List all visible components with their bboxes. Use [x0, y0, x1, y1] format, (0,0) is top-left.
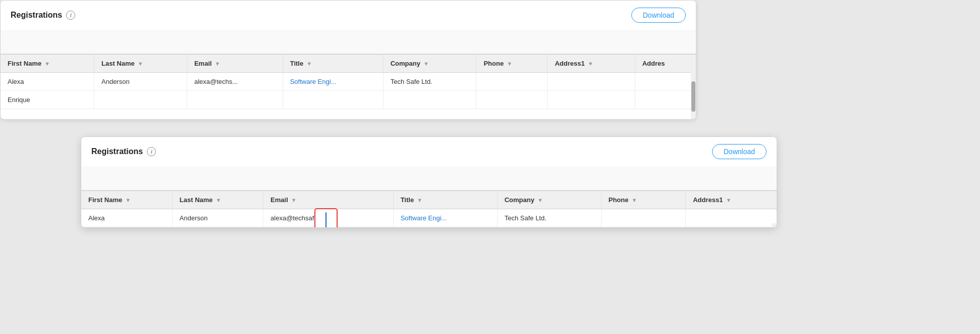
back-col-address2: Addres — [635, 55, 696, 73]
front-card: Registrations i Download First Name ▼ — [81, 136, 777, 228]
front-filter-icon-first-name[interactable]: ▼ — [125, 197, 131, 203]
back-card-dark-edge — [696, 1, 696, 119]
back-col-phone: Phone ▼ — [476, 55, 548, 73]
front-card-table-header-row: First Name ▼ Last Name ▼ Email ▼ — [81, 191, 777, 209]
front-col-email: Email ▼ — [263, 191, 394, 209]
back-card-info-icon[interactable]: i — [66, 11, 75, 20]
back-card-table-header-row: First Name ▼ Last Name ▼ Email ▼ — [1, 55, 696, 73]
front-cell-last-name-1: Anderson — [172, 209, 263, 227]
back-col-company: Company ▼ — [383, 55, 476, 73]
back-cell-address1-1 — [548, 73, 635, 91]
back-card-table-container: First Name ▼ Last Name ▼ Email ▼ — [1, 54, 696, 109]
filter-icon-company[interactable]: ▼ — [423, 61, 429, 67]
back-cell-address1-2 — [548, 91, 635, 109]
front-col-title: Title ▼ — [393, 191, 497, 209]
back-cell-email-1: alexa@techs... — [187, 73, 283, 91]
back-col-title: Title ▼ — [283, 55, 383, 73]
back-cell-phone-2 — [476, 91, 548, 109]
back-col-email: Email ▼ — [187, 55, 283, 73]
back-card-header: Registrations i Download — [1, 1, 696, 30]
back-cell-title-2 — [283, 91, 383, 109]
resize-line — [325, 212, 326, 227]
front-col-address1: Address1 ▼ — [686, 191, 777, 209]
back-cell-company-1: Tech Safe Ltd. — [383, 73, 476, 91]
front-card-download-button[interactable]: Download — [712, 144, 767, 159]
front-table-row-1: Alexa Anderson alexa@techsafe.com Softwa… — [81, 209, 777, 227]
back-col-last-name: Last Name ▼ — [94, 55, 187, 73]
back-cell-last-name-1: Anderson — [94, 73, 187, 91]
column-resize-handle[interactable] — [314, 208, 338, 227]
back-cell-first-name-1: Alexa — [1, 73, 94, 91]
back-col-first-name: First Name ▼ — [1, 55, 94, 73]
back-card-search-area — [1, 30, 696, 54]
front-cell-phone-1 — [601, 209, 685, 227]
front-filter-icon-last-name[interactable]: ▼ — [216, 197, 222, 203]
front-card-info-icon[interactable]: i — [147, 147, 156, 156]
front-card-scrollbar-track[interactable] — [772, 223, 777, 228]
front-card-table-container: First Name ▼ Last Name ▼ Email ▼ — [81, 190, 777, 227]
back-cell-last-name-2 — [94, 91, 187, 109]
back-cell-company-2 — [383, 91, 476, 109]
back-card-title-group: Registrations i — [11, 11, 75, 20]
filter-icon-first-name[interactable]: ▼ — [44, 61, 50, 67]
front-filter-icon-company[interactable]: ▼ — [537, 197, 543, 203]
front-col-last-name: Last Name ▼ — [172, 191, 263, 209]
front-card-title-group: Registrations i — [91, 147, 156, 156]
back-cell-address2-1 — [635, 73, 696, 91]
front-cell-address1-1 — [686, 209, 777, 227]
filter-icon-email[interactable]: ▼ — [215, 61, 221, 67]
back-card-download-button[interactable]: Download — [631, 8, 686, 23]
back-card-table: First Name ▼ Last Name ▼ Email ▼ — [1, 54, 696, 109]
back-card-title-text: Registrations — [11, 11, 62, 20]
back-card-scrollbar-track[interactable] — [691, 66, 696, 120]
back-table-row-1: Alexa Anderson alexa@techs... Software E… — [1, 73, 696, 91]
front-card-search-area — [81, 166, 777, 190]
back-table-row-2: Enrique — [1, 91, 696, 109]
front-filter-icon-email[interactable]: ▼ — [291, 197, 297, 203]
front-cell-title-1[interactable]: Software Engi... — [393, 209, 497, 227]
front-col-company: Company ▼ — [497, 191, 601, 209]
back-col-address1: Address1 ▼ — [548, 55, 635, 73]
filter-icon-last-name[interactable]: ▼ — [138, 61, 143, 67]
back-cell-phone-1 — [476, 73, 548, 91]
front-filter-icon-title[interactable]: ▼ — [417, 197, 422, 203]
filter-icon-phone[interactable]: ▼ — [507, 61, 512, 67]
front-card-header: Registrations i Download — [81, 137, 777, 166]
back-cell-address2-2 — [635, 91, 696, 109]
front-filter-icon-address1[interactable]: ▼ — [726, 197, 731, 203]
back-cell-first-name-2: Enrique — [1, 91, 94, 109]
back-card-scrollbar-thumb[interactable] — [691, 81, 695, 112]
back-cell-email-2 — [187, 91, 283, 109]
front-filter-icon-phone[interactable]: ▼ — [631, 197, 637, 203]
back-cell-title-1[interactable]: Software Engi... — [283, 73, 383, 91]
front-col-first-name: First Name ▼ — [81, 191, 172, 209]
filter-icon-title[interactable]: ▼ — [306, 61, 312, 67]
front-card-table: First Name ▼ Last Name ▼ Email ▼ — [81, 190, 777, 227]
front-col-phone: Phone ▼ — [601, 191, 685, 209]
filter-icon-address1[interactable]: ▼ — [588, 61, 593, 67]
front-cell-first-name-1: Alexa — [81, 209, 172, 227]
front-cell-company-1: Tech Safe Ltd. — [497, 209, 601, 227]
front-card-title-text: Registrations — [91, 147, 143, 156]
back-card: Registrations i Download First Name ▼ — [0, 0, 696, 120]
